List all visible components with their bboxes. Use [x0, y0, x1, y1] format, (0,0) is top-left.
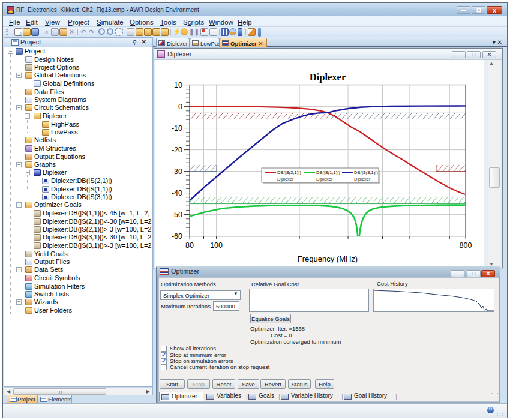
svg-text:80: 80	[185, 241, 194, 250]
svg-text:-10: -10	[172, 124, 182, 133]
svg-text:10: 10	[174, 81, 182, 89]
svg-text:Diplexer: Diplexer	[316, 176, 333, 182]
svg-text:-20: -20	[172, 146, 182, 154]
svg-text:Diplexer: Diplexer	[354, 176, 371, 182]
svg-text:-30: -30	[172, 167, 182, 176]
svg-text:Diplexer: Diplexer	[310, 71, 346, 83]
svg-text:Diplexer: Diplexer	[277, 176, 294, 182]
svg-text:-60: -60	[172, 232, 182, 241]
svg-text:-50: -50	[172, 211, 182, 219]
svg-text:Frequency (MHz): Frequency (MHz)	[298, 254, 358, 263]
svg-text:DB(|S(1,1)|): DB(|S(1,1)|)	[316, 170, 340, 175]
svg-text:800: 800	[460, 241, 472, 250]
svg-text:0: 0	[178, 103, 182, 111]
svg-text:DB(|S(3,1)|): DB(|S(3,1)|)	[354, 170, 378, 175]
svg-text:-40: -40	[172, 189, 182, 197]
svg-text:DB(|S(2,1)|): DB(|S(2,1)|)	[277, 170, 301, 175]
svg-text:100: 100	[210, 241, 223, 250]
